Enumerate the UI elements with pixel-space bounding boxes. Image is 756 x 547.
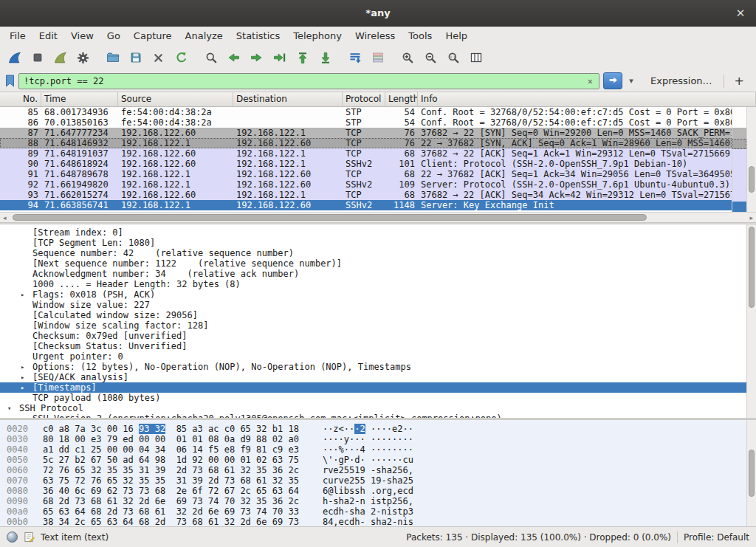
detail-line[interactable]: ▸Options: (12 bytes), No-Operation (NOP)… [0, 362, 746, 372]
menu-help[interactable]: Help [439, 28, 474, 44]
filter-apply-button[interactable] [603, 72, 622, 89]
reload-button[interactable] [170, 47, 193, 68]
column-header-info[interactable]: Info [418, 92, 756, 106]
hex-row[interactable]: 009068 2d 73 68 61 32 2d 6e 69 73 74 70 … [7, 496, 746, 506]
profile-button[interactable]: Profile: Default [684, 532, 749, 543]
menu-analyze[interactable]: Analyze [179, 28, 230, 44]
open-file-button[interactable] [101, 47, 124, 68]
hex-row[interactable]: 0020c0 a8 7a 3c 00 16 93 32 85 a3 ac c0 … [7, 424, 746, 434]
detail-line[interactable]: [Checksum Status: Unverified] [0, 341, 746, 351]
column-header-source[interactable]: Source [118, 92, 233, 106]
detail-line[interactable]: ▸Flags: 0x018 (PSH, ACK) [0, 289, 746, 300]
detail-line[interactable]: Window size value: 227 [0, 300, 746, 310]
capture-comment-icon[interactable] [24, 531, 35, 543]
menu-file[interactable]: File [3, 28, 32, 44]
hex-row[interactable]: 00505c 27 b2 67 50 ad 64 98 1d 92 00 00 … [7, 455, 746, 465]
column-header-length[interactable]: Length [385, 92, 418, 106]
packet-row[interactable]: 9271.661949820192.168.122.1192.168.122.6… [0, 179, 732, 190]
stop-capture-button[interactable] [26, 47, 49, 68]
vscroll-thumb[interactable] [749, 227, 755, 308]
menu-statistics[interactable]: Statistics [230, 28, 286, 44]
hex-vscrollbar[interactable] [746, 420, 756, 526]
hscroll-thumb[interactable] [13, 214, 647, 221]
column-header-time[interactable]: Time [41, 92, 118, 106]
colorize-button[interactable] [366, 47, 389, 68]
expert-info-icon[interactable] [7, 531, 18, 543]
vscroll-thumb[interactable] [749, 450, 755, 496]
packet-minimap[interactable] [732, 107, 746, 212]
filter-dropdown-icon[interactable]: ▾ [626, 76, 636, 86]
detail-line[interactable]: Acknowledgment number: 34 (relative ack … [0, 269, 746, 279]
filter-add-button[interactable]: + [728, 74, 751, 88]
menu-view[interactable]: View [64, 28, 100, 44]
menu-wireless[interactable]: Wireless [348, 28, 402, 44]
hex-row[interactable]: 003080 18 00 e3 79 ed 00 00 01 01 08 0a … [7, 434, 746, 444]
detail-line[interactable]: 1000 .... = Header Length: 32 bytes (8) [0, 279, 746, 289]
packet-row[interactable]: 9071.648618924192.168.122.60192.168.122.… [0, 159, 732, 169]
filter-clear-icon[interactable]: ✕ [586, 76, 594, 86]
zoom-in-button[interactable] [396, 47, 419, 68]
column-header-no[interactable]: No. [0, 92, 41, 106]
display-filter-input[interactable]: !tcp.port == 22 ✕ [18, 73, 599, 89]
menu-telephony[interactable]: Telephony [286, 28, 348, 44]
detail-line[interactable]: Urgent pointer: 0 [0, 351, 746, 362]
detail-line[interactable]: ▸[SEQ/ACK analysis] [0, 372, 746, 382]
detail-line[interactable]: [Stream index: 0] [0, 227, 746, 238]
packet-row[interactable]: 8971.648191037192.168.122.60192.168.122.… [0, 148, 732, 159]
hscroll-right-arrow-icon[interactable]: ▸ [746, 214, 756, 221]
go-forward-button[interactable] [245, 47, 268, 68]
detail-line[interactable]: [Window size scaling factor: 128] [0, 320, 746, 331]
hex-row[interactable]: 008036 40 6c 69 62 73 73 68 2e 6f 72 67 … [7, 486, 746, 496]
expression-button[interactable]: Expression… [640, 75, 720, 86]
packet-row[interactable]: 8670.013850163fe:54:00:d4:38:2aSTP54Conf… [0, 117, 732, 128]
detail-line[interactable]: ▾SSH Protocol [0, 403, 746, 413]
menu-edit[interactable]: Edit [32, 28, 64, 44]
detail-line[interactable]: [Calculated window size: 29056] [0, 310, 746, 320]
packet-row[interactable]: 8771.647777234192.168.122.60192.168.122.… [0, 128, 732, 138]
find-packet-button[interactable] [199, 47, 222, 68]
zoom-out-button[interactable] [419, 47, 441, 68]
hex-row[interactable]: 006072 76 65 32 35 35 31 39 2d 73 68 61 … [7, 465, 746, 475]
go-first-button[interactable] [291, 47, 314, 68]
packet-row[interactable]: 8568.001734936fe:54:00:d4:38:2aSTP54Conf… [0, 107, 732, 117]
capture-options-button[interactable] [72, 47, 94, 68]
hex-row[interactable]: 00a065 63 64 68 2d 73 68 61 32 2d 6e 69 … [7, 506, 746, 517]
expander-collapsed-icon[interactable]: ▸ [21, 362, 32, 372]
go-back-button[interactable] [222, 47, 245, 68]
start-capture-button[interactable] [3, 47, 26, 68]
expander-collapsed-icon[interactable]: ▸ [21, 289, 32, 300]
filter-bookmark-icon[interactable] [5, 75, 15, 87]
save-file-button[interactable] [124, 47, 147, 68]
vscroll-thumb[interactable] [749, 166, 755, 193]
detail-line[interactable]: [Next sequence number: 1122 (relative se… [0, 258, 746, 269]
hex-row[interactable]: 007063 75 72 76 65 32 35 35 31 39 2d 73 … [7, 475, 746, 486]
go-to-packet-button[interactable] [268, 47, 291, 68]
go-last-button[interactable] [314, 47, 337, 68]
menu-go[interactable]: Go [100, 28, 127, 44]
detail-line[interactable]: [TCP Segment Len: 1080] [0, 238, 746, 248]
menu-tools[interactable]: Tools [402, 28, 439, 44]
packet-row[interactable]: 9371.662015274192.168.122.60192.168.122.… [0, 190, 732, 200]
packet-list-hscrollbar[interactable]: ◂ ▸ [0, 212, 756, 222]
expander-collapsed-icon[interactable]: ▸ [21, 382, 32, 393]
resize-columns-button[interactable] [464, 47, 487, 68]
hscroll-left-arrow-icon[interactable]: ◂ [0, 214, 10, 221]
packet-row[interactable]: 8871.648146932192.168.122.1192.168.122.6… [0, 138, 732, 148]
expander-collapsed-icon[interactable]: ▸ [21, 372, 32, 382]
restart-capture-button[interactable] [49, 47, 72, 68]
auto-scroll-button[interactable] [343, 47, 366, 68]
hex-row[interactable]: 00b038 34 2c 65 63 64 68 2d 73 68 61 32 … [7, 517, 746, 526]
detail-line[interactable]: Checksum: 0x79ed [unverified] [0, 331, 746, 341]
packet-row[interactable]: 9171.648789678192.168.122.1192.168.122.6… [0, 169, 732, 179]
column-header-destination[interactable]: Destination [233, 92, 343, 106]
column-header-protocol[interactable]: Protocol [343, 92, 385, 106]
details-vscrollbar[interactable] [746, 224, 756, 418]
packet-list-vscrollbar[interactable] [746, 107, 756, 212]
zoom-original-button[interactable]: 1:1 [441, 47, 464, 68]
close-file-button[interactable] [147, 47, 170, 68]
detail-line[interactable]: TCP payload (1080 bytes) [0, 393, 746, 403]
packet-row[interactable]: 9471.663856741192.168.122.1192.168.122.6… [0, 200, 732, 210]
detail-line[interactable]: ▸[Timestamps] [0, 382, 746, 393]
detail-line[interactable]: Sequence number: 42 (relative sequence n… [0, 248, 746, 258]
menu-capture[interactable]: Capture [127, 28, 179, 44]
